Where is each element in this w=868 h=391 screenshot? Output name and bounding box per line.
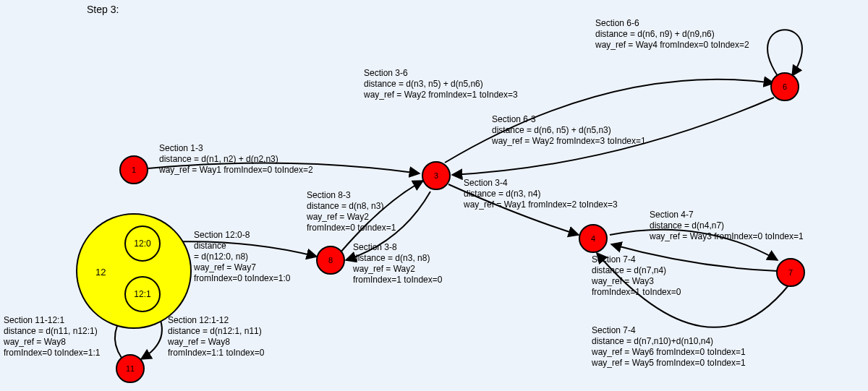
node-4: 4	[579, 224, 608, 253]
label-1-3: Section 1-3 distance = d(n1, n2) + d(n2,…	[159, 143, 313, 176]
node-11: 11	[116, 354, 145, 383]
node-12-1: 12:1	[124, 276, 161, 312]
label-12-0-8: Section 12:0-8 distance = d(n12:0, n8) w…	[194, 230, 290, 284]
node-1: 1	[119, 155, 148, 184]
node-12-label: 12	[95, 267, 106, 278]
label-4-7: Section 4-7 distance = d(n4,n7) way_ref …	[650, 210, 804, 242]
label-7-4b: Section 7-4 distance = d(n7,n10)+d(n10,n…	[592, 325, 746, 369]
label-8-3: Section 8-3 distance = d(n8, n3) way_ref…	[307, 190, 396, 233]
node-8-label: 8	[328, 256, 333, 265]
edge-6-6	[767, 30, 802, 76]
node-12-1-label: 12:1	[134, 289, 150, 299]
label-3-6: Section 3-6 distance = d(n3, n5) + d(n5,…	[364, 68, 518, 100]
node-1-label: 1	[132, 166, 136, 174]
node-3: 3	[422, 161, 451, 190]
label-7-4a: Section 7-4 distance = d(n7,n4) way_ref …	[592, 254, 681, 298]
label-12-1-11: Section 12:1-12 distance = d(n12:1, n11)…	[168, 315, 264, 358]
node-12-0: 12:0	[124, 225, 161, 262]
node-11-label: 11	[126, 364, 135, 373]
label-6-3: Section 6-3 distance = d(n6, n5) + d(n5,…	[492, 114, 646, 147]
node-4-label: 4	[591, 234, 595, 243]
label-11-12-1: Section 11-12:1 distance = d(n11, n12:1)…	[4, 315, 100, 358]
node-6: 6	[770, 72, 799, 101]
node-12-0-label: 12:0	[134, 239, 150, 249]
label-6-6: Section 6-6 distance = d(n6, n9) + d(n9,…	[595, 18, 749, 51]
label-3-8: Section 3-8 distance = d(n3, n8) way_ref…	[353, 242, 442, 285]
node-12: 12 12:0 12:1	[76, 213, 192, 329]
node-3-label: 3	[434, 171, 438, 180]
node-8: 8	[316, 246, 345, 275]
step-title: Step 3:	[87, 4, 119, 15]
label-3-4: Section 3-4 distance = d(n3, n4) way_ref…	[464, 178, 618, 210]
node-7: 7	[776, 258, 805, 287]
node-7-label: 7	[788, 268, 793, 277]
diagram-canvas: Step 3: 1 3	[0, 0, 868, 391]
node-6-label: 6	[783, 82, 787, 91]
